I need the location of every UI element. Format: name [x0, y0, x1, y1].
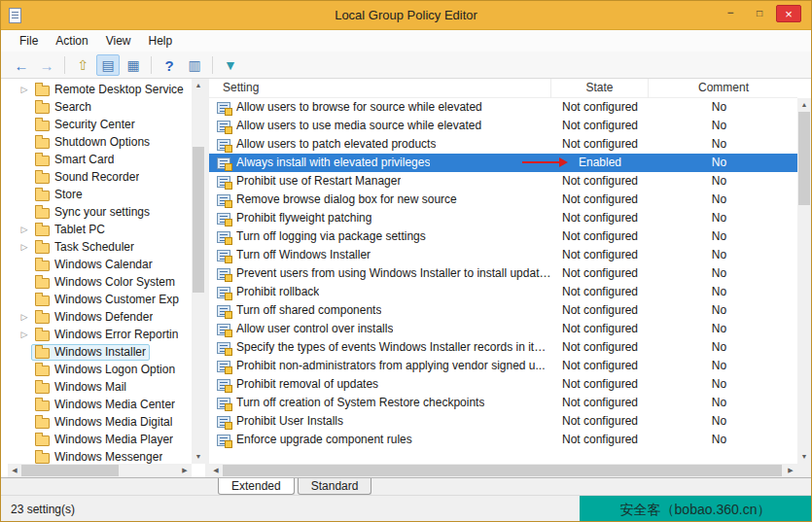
scroll-up-button[interactable]: ▲ — [192, 79, 205, 92]
expand-arrow-icon[interactable]: ▷ — [18, 308, 31, 326]
tree-item[interactable]: Sync your settings — [8, 203, 192, 221]
scrollbar-thumb[interactable] — [798, 112, 810, 205]
settings-row[interactable]: Allow user control over installsNot conf… — [209, 320, 797, 338]
settings-row[interactable]: Turn off shared componentsNot configured… — [209, 301, 797, 320]
tree-item-content: Search — [31, 99, 95, 116]
scroll-left-button[interactable]: ◀ — [8, 464, 21, 477]
setting-comment: No — [649, 227, 790, 246]
expand-arrow-icon[interactable]: ▷ — [18, 221, 31, 238]
settings-row[interactable]: Allow users to patch elevated productsNo… — [209, 135, 797, 154]
tree-item[interactable]: ▷Remote Desktop Service — [8, 81, 192, 98]
tree-item[interactable]: Smart Card — [8, 151, 192, 168]
setting-name: Prohibit User Installs — [236, 412, 343, 431]
expand-arrow-icon[interactable]: ▷ — [18, 326, 31, 343]
close-button[interactable]: × — [776, 5, 801, 22]
tree-item-content: Shutdown Options — [31, 134, 154, 151]
tree-item-content: Windows Defender — [31, 309, 157, 326]
tree-item[interactable]: ▷Windows Defender — [8, 308, 192, 326]
tree-item[interactable]: ▷Task Scheduler — [8, 238, 192, 256]
action-pane-icon[interactable]: ▥ — [183, 54, 206, 76]
settings-row[interactable]: Always install with elevated privilegesE… — [209, 154, 797, 172]
tab-extended[interactable]: Extended — [218, 478, 295, 495]
settings-row[interactable]: Prevent users from using Windows Install… — [209, 264, 797, 283]
tree-item[interactable]: Windows Logon Option — [8, 361, 192, 378]
setting-state: Not configured — [551, 412, 649, 431]
settings-row[interactable]: Prohibit use of Restart ManagerNot confi… — [209, 172, 797, 191]
settings-row[interactable]: Allow users to browse for source while e… — [209, 98, 797, 117]
tree-item[interactable]: Windows Color System — [8, 273, 192, 291]
tree-item[interactable]: Store — [8, 186, 192, 203]
settings-row[interactable]: Turn off logging via package settingsNot… — [209, 227, 797, 246]
up-one-level-icon[interactable]: ⇧ — [71, 54, 94, 76]
policy-setting-icon — [217, 176, 230, 188]
scroll-down-button[interactable]: ▼ — [192, 450, 205, 464]
tree-item[interactable]: Windows Customer Exp — [8, 291, 192, 308]
tree-item[interactable]: Windows Media Digital — [8, 413, 192, 431]
title-bar: Local Group Policy Editor − □ × — [1, 1, 811, 30]
back-icon[interactable]: ← — [10, 54, 33, 76]
tree-item[interactable]: Windows Calendar — [8, 256, 192, 273]
scroll-up-button[interactable]: ▲ — [797, 98, 811, 112]
folder-icon — [35, 365, 50, 376]
settings-row[interactable]: Turn off Windows InstallerNot configured… — [209, 246, 797, 264]
settings-row[interactable]: Prohibit rollbackNot configuredNo — [209, 283, 797, 301]
settings-row[interactable]: Prohibit User InstallsNot configuredNo — [209, 412, 797, 431]
settings-row[interactable]: Specify the types of events Windows Inst… — [209, 338, 797, 357]
menu-item-action[interactable]: Action — [47, 30, 96, 52]
scroll-left-button[interactable]: ◀ — [209, 464, 223, 477]
export-list-icon[interactable]: ▦ — [122, 54, 145, 76]
scroll-right-button[interactable]: ▶ — [178, 464, 192, 477]
scroll-down-button[interactable]: ▼ — [797, 450, 811, 464]
setting-state: Not configured — [551, 320, 649, 338]
menu-item-help[interactable]: Help — [140, 30, 182, 52]
forward-icon[interactable]: → — [35, 54, 58, 76]
tree-item[interactable]: ▷Windows Error Reportin — [8, 326, 192, 343]
tree-item[interactable]: Search — [8, 98, 192, 116]
maximize-button[interactable]: □ — [747, 5, 772, 22]
column-header-state[interactable]: State — [551, 79, 649, 98]
settings-row[interactable]: Allow users to use media source while el… — [209, 117, 797, 135]
tree-item-label: Task Scheduler — [54, 238, 134, 256]
column-header-comment[interactable]: Comment — [649, 79, 790, 98]
tree-item[interactable]: Shutdown Options — [8, 133, 192, 151]
list-horizontal-scrollbar[interactable]: ◀ ▶ — [209, 464, 797, 477]
help-icon[interactable]: ? — [158, 54, 181, 76]
minimize-button[interactable]: − — [718, 5, 743, 22]
tree-item-content: Smart Card — [31, 152, 118, 168]
tab-standard[interactable]: Standard — [298, 478, 372, 495]
tree-item[interactable]: Windows Installer — [8, 343, 192, 361]
tree-item[interactable]: Windows Media Player — [8, 431, 192, 448]
setting-state: Not configured — [551, 209, 649, 227]
settings-row[interactable]: Remove browse dialog box for new sourceN… — [209, 191, 797, 209]
filter-icon[interactable]: ▼ — [219, 54, 242, 76]
settings-row[interactable]: Enforce upgrade component rulesNot confi… — [209, 431, 797, 449]
tree-item[interactable]: Sound Recorder — [8, 168, 192, 186]
expand-arrow-icon[interactable]: ▷ — [18, 81, 31, 98]
window-title: Local Group Policy Editor — [1, 1, 811, 30]
expand-arrow-icon[interactable]: ▷ — [18, 238, 31, 256]
menu-item-file[interactable]: File — [11, 30, 47, 52]
tree-item[interactable]: Windows Media Center — [8, 396, 192, 413]
scrollbar-thumb[interactable] — [21, 465, 119, 476]
tree-item-label: Windows Defender — [54, 308, 153, 326]
setting-name: Allow users to patch elevated products — [236, 135, 436, 154]
list-vertical-scrollbar[interactable]: ▲ ▼ — [797, 98, 811, 464]
settings-row[interactable]: Prohibit non-administrators from applyin… — [209, 357, 797, 375]
tree-item-content: Remote Desktop Service — [31, 82, 188, 98]
scrollbar-thumb[interactable] — [193, 147, 204, 293]
tree-horizontal-scrollbar[interactable]: ◀ ▶ — [8, 464, 192, 477]
tree-item[interactable]: ▷Tablet PC — [8, 221, 192, 238]
tree-item[interactable]: Security Center — [8, 116, 192, 133]
console-tree-icon[interactable]: ▤ — [96, 54, 120, 76]
tree-item[interactable]: Windows Mail — [8, 378, 192, 396]
tree-vertical-scrollbar[interactable]: ▲ ▼ — [192, 79, 205, 464]
tree-item-content: Windows Customer Exp — [31, 292, 183, 308]
column-header-setting[interactable]: Setting — [209, 79, 551, 98]
settings-row[interactable]: Prohibit flyweight patchingNot configure… — [209, 209, 797, 227]
menu-item-view[interactable]: View — [97, 30, 140, 52]
scroll-right-button[interactable]: ▶ — [784, 464, 797, 477]
scrollbar-thumb[interactable] — [223, 465, 782, 476]
settings-row[interactable]: Prohibit removal of updatesNot configure… — [209, 375, 797, 394]
settings-row[interactable]: Turn off creation of System Restore chec… — [209, 394, 797, 412]
tree-item-content: Store — [31, 187, 87, 203]
